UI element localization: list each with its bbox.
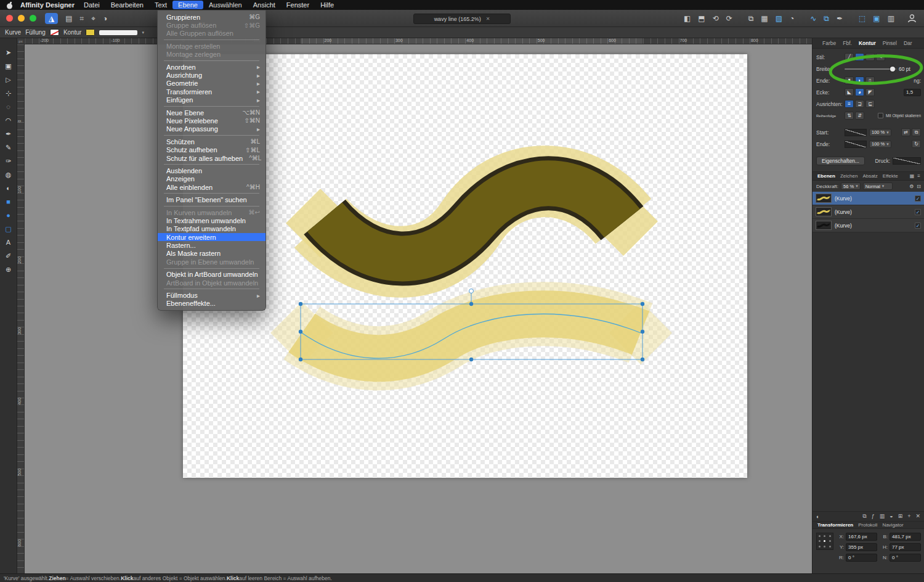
layer-visibility-checkbox[interactable]: ✓ <box>915 209 921 215</box>
transform-tab[interactable]: Navigator <box>882 522 903 528</box>
artboard-tool-icon[interactable]: ▣ <box>2 62 15 71</box>
menu-item[interactable]: Neue Pixelebene ⇧⌘N <box>158 117 265 125</box>
rotation-icon[interactable]: ◔ <box>790 15 794 22</box>
transparency-tool-icon[interactable]: ◐ <box>2 184 15 193</box>
pressure-end-value[interactable]: 100 %▾ <box>869 141 891 148</box>
stroke-behind-icon[interactable]: ⇅ <box>845 112 854 120</box>
brush-tool-icon[interactable]: ✑ <box>2 157 15 166</box>
menu-item[interactable]: Geometrie ▸ <box>158 80 265 88</box>
menu-item[interactable]: Füllmodus ▸ <box>158 291 265 299</box>
transform-input[interactable]: 355 px <box>846 543 877 551</box>
color-cycle-icon[interactable]: ▨ <box>776 15 782 22</box>
pencil-tool-icon[interactable]: ✎ <box>2 143 15 152</box>
menu-item[interactable]: Transformieren ▸ <box>158 88 265 96</box>
corner-tool-icon[interactable]: ◠ <box>2 116 15 125</box>
transform-origin-icon[interactable]: ⌖ <box>91 15 95 22</box>
panel-tab[interactable]: Dar <box>904 40 912 46</box>
menubar-item[interactable]: Auswählen <box>203 1 248 9</box>
arrange-icon[interactable]: ⧉ <box>748 15 754 22</box>
menu-item[interactable]: Objekt in ArtBoard umwandeln <box>158 271 265 279</box>
pen-icon[interactable]: ✒ <box>837 15 843 22</box>
insert-inside-icon[interactable]: ▣ <box>873 15 880 22</box>
panel-tab[interactable]: Pinsel <box>883 40 897 46</box>
preview-mode-icon[interactable]: ◑ <box>103 15 107 22</box>
lock-icon[interactable]: ⊡ <box>917 184 921 189</box>
blend-mode-dropdown[interactable]: Normal▾ <box>863 182 893 190</box>
stroke-none-icon[interactable]: ╱ <box>845 53 854 61</box>
menu-item[interactable]: In Textpfad umwandeln <box>158 225 265 233</box>
zoom-tool-icon[interactable]: ⊕ <box>2 265 15 274</box>
panel-menu-icon[interactable]: ≡ <box>917 173 920 179</box>
fx-icon[interactable]: ƒ <box>872 513 875 520</box>
stroke-width-preview[interactable] <box>99 30 137 35</box>
menubar-item[interactable]: Ansicht <box>248 1 281 9</box>
align-outside-icon[interactable]: ⊑ <box>865 100 875 108</box>
layers-tab[interactable]: Absatz <box>862 173 877 179</box>
contour-tool-icon[interactable]: ◌ <box>2 102 15 112</box>
menu-item[interactable]: Im Panel "Ebenen" suchen <box>158 195 265 203</box>
menu-item[interactable]: Alle einblenden ^⌘H <box>158 183 265 191</box>
reset-pressure-icon[interactable]: ↻ <box>912 140 921 148</box>
group-icon[interactable]: ⊞ <box>898 513 903 520</box>
text-tool-icon[interactable]: A <box>2 238 15 247</box>
copy-pressure-icon[interactable]: ⧉ <box>912 128 921 136</box>
layers-tab[interactable]: Zeichen <box>840 173 857 179</box>
align-inside-icon[interactable]: ⊒ <box>855 100 864 108</box>
color-swatch-icon[interactable]: ▤ <box>65 15 72 22</box>
layer-row[interactable]: (Kurve) ✓ <box>813 192 924 205</box>
menu-item[interactable]: ArtBoard in Objekt umwandeln <box>158 279 265 287</box>
bevel-join-icon[interactable]: ◤ <box>865 88 875 96</box>
ruler-unit[interactable]: px <box>17 38 25 44</box>
minimize-window-button[interactable] <box>18 15 25 22</box>
menu-item[interactable]: Schützen ⌘L <box>158 137 265 146</box>
slider-knob[interactable] <box>890 67 895 72</box>
round-join-icon[interactable]: ◕ <box>855 88 864 96</box>
account-icon[interactable] <box>907 14 917 25</box>
menu-item[interactable]: Montage zerlegen <box>158 51 265 59</box>
add-layer-icon[interactable]: + <box>907 513 910 520</box>
menu-item[interactable]: Montage erstellen <box>158 42 265 50</box>
menu-item[interactable]: Anordnen ▸ <box>158 63 265 71</box>
ellipse-tool-icon[interactable]: ● <box>2 211 15 220</box>
fill-swatch[interactable] <box>50 29 59 36</box>
panel-tab[interactable]: Kontur <box>859 40 876 46</box>
menubar-item[interactable]: Fenster <box>281 1 315 9</box>
delete-layer-icon[interactable]: ✕ <box>915 513 920 520</box>
pressure-start-value[interactable]: 100 %▾ <box>869 129 891 136</box>
menu-item[interactable]: Gruppieren ⌘G <box>158 13 265 21</box>
width-value[interactable]: 60 pt <box>899 66 910 72</box>
horizontal-ruler[interactable]: -200-1000100200300400500600700800 <box>25 38 812 44</box>
menubar-item[interactable]: Bearbeiten <box>105 1 149 9</box>
layers-empty-area[interactable] <box>813 232 924 511</box>
menu-item[interactable]: Gruppe in Ebene umwandeln <box>158 258 265 266</box>
color-picker-tool-icon[interactable]: ✐ <box>2 252 15 261</box>
layer-visibility-checkbox[interactable]: ✓ <box>915 195 921 202</box>
transform-tab[interactable]: Protokoll <box>858 522 877 528</box>
scale-with-object-checkbox[interactable] <box>878 113 883 118</box>
align-center-icon[interactable]: ≡ <box>845 100 854 108</box>
stroke-brush-icon[interactable]: ✎ <box>876 53 885 61</box>
butt-cap-icon[interactable]: ▮ <box>845 76 854 84</box>
persona-designer-icon[interactable]: ◮ <box>45 13 58 24</box>
stroke-front-icon[interactable]: ⇵ <box>855 112 864 120</box>
move-tool-icon[interactable]: ➤ <box>2 48 15 57</box>
panel-tab[interactable]: Fbf. <box>843 40 852 46</box>
menu-item[interactable]: Rastern... <box>158 241 265 249</box>
menu-item[interactable]: Anzeigen <box>158 175 265 183</box>
miter-value-input[interactable]: 1,5 <box>904 89 921 96</box>
menu-item[interactable]: Kontur erweitern <box>158 233 265 241</box>
flip-vertical-icon[interactable]: ⬒ <box>698 15 705 22</box>
vertical-ruler[interactable]: 0100200300400500600700 <box>17 44 25 573</box>
transform-input[interactable]: 167,6 px <box>846 533 877 541</box>
snapping-icon[interactable]: ⌗ <box>80 15 84 22</box>
apple-menu-icon[interactable] <box>6 1 13 9</box>
menubar-item[interactable]: Datei <box>78 1 105 9</box>
menu-item[interactable]: Gruppe auflösen ⇧⌘G <box>158 21 265 29</box>
menu-item[interactable]: Einfügen ▸ <box>158 96 265 104</box>
transform-tab[interactable]: Transformieren <box>817 522 853 528</box>
layers-tab[interactable]: Effekte <box>883 173 898 179</box>
panel-tab[interactable]: Farbe <box>822 40 836 46</box>
pressure-start-widget[interactable] <box>845 129 867 136</box>
transform-input[interactable]: 0 ° <box>890 554 921 562</box>
close-window-button[interactable] <box>6 15 13 22</box>
